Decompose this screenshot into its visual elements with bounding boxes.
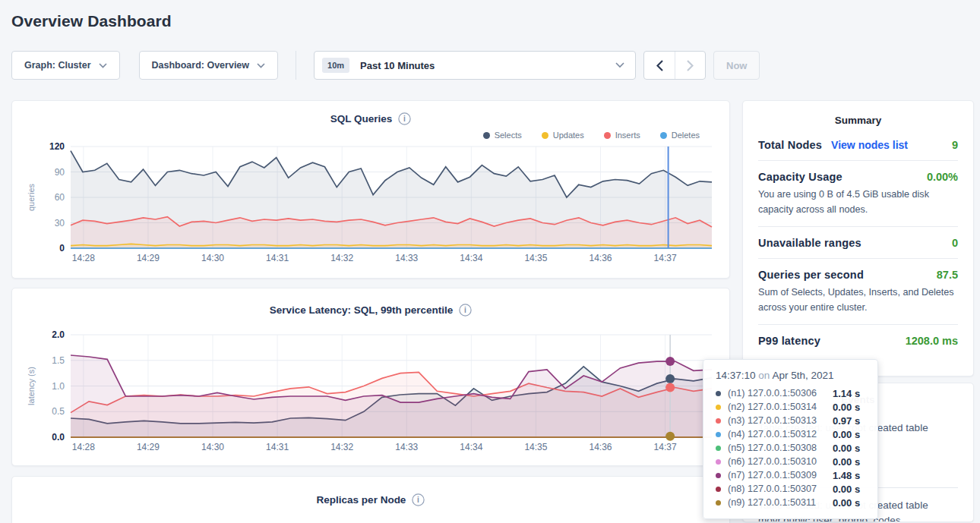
summary-row: Total NodesView nodes list9 (758, 129, 958, 161)
chevron-down-icon (99, 63, 107, 68)
sql-queries-title: SQL Queries (330, 113, 393, 124)
summary-row: Queries per second87.5Sum of Selects, Up… (758, 259, 958, 325)
tooltip-node-value: 0.00 s (833, 497, 860, 509)
series-dot-icon (716, 487, 721, 492)
tooltip-timestamp: 14:37:10 on Apr 5th, 2021 (716, 370, 867, 381)
svg-text:14:37: 14:37 (654, 253, 677, 263)
series-dot-icon (716, 432, 721, 437)
tooltip-node-value: 0.97 s (833, 415, 860, 427)
series-dot-icon (716, 500, 721, 506)
legend-item-updates[interactable]: Updates (542, 128, 584, 142)
tooltip-node-value: 0.00 s (833, 456, 860, 468)
svg-text:14:32: 14:32 (330, 253, 353, 263)
tooltip-node-address: (n8) 127.0.0.1:50307 (728, 484, 833, 494)
time-range-label: Past 10 Minutes (360, 60, 435, 71)
tooltip-node-value: 0.00 s (833, 484, 860, 495)
svg-text:2.0: 2.0 (52, 329, 65, 340)
tooltip-node-address: (n4) 127.0.0.1:50312 (728, 429, 833, 440)
controls-bar: Graph: Cluster Dashboard: Overview 10m P… (11, 51, 969, 80)
svg-text:14:36: 14:36 (589, 253, 612, 263)
dashboard-dropdown-label: Dashboard: Overview (152, 60, 250, 71)
sql-queries-title-row: SQL Queries i (22, 110, 719, 125)
now-button[interactable]: Now (713, 51, 760, 80)
info-icon[interactable]: i (398, 112, 411, 125)
series-dot-icon (716, 405, 721, 410)
latency-chart[interactable]: 14:2814:2914:3014:3114:3214:3314:3414:35… (22, 321, 721, 458)
time-range-selector[interactable]: 10m Past 10 Minutes (314, 51, 636, 80)
svg-text:14:34: 14:34 (460, 253, 482, 263)
tooltip-node-address: (n2) 127.0.0.1:50314 (728, 402, 833, 412)
legend-item-deletes[interactable]: Deletes (660, 128, 700, 142)
tooltip-node-address: (n5) 127.0.0.1:50308 (728, 443, 833, 453)
series-dot-icon (716, 418, 721, 424)
tooltip-node-value: 1.14 s (833, 388, 860, 399)
svg-text:14:31: 14:31 (266, 442, 289, 452)
tooltip-node-value: 0.00 s (833, 443, 860, 454)
replicas-title-row: Replicas per Node i (22, 486, 719, 506)
latency-title: Service Latency: SQL, 99th percentile (270, 304, 454, 316)
summary-label: Capacity Usage (758, 171, 842, 183)
svg-text:14:30: 14:30 (201, 442, 224, 452)
summary-value: 87.5 (937, 269, 958, 281)
svg-text:60: 60 (55, 192, 65, 203)
chevron-right-icon (687, 60, 694, 71)
summary-value: 1208.0 ms (906, 335, 958, 347)
tooltip-node-row: (n5) 127.0.0.1:503080.00 s (716, 441, 867, 455)
svg-text:i: i (418, 496, 420, 504)
legend-dot-icon (542, 132, 548, 139)
svg-text:i: i (403, 115, 406, 123)
page-title: Overview Dashboard (11, 12, 980, 30)
svg-text:0: 0 (59, 243, 65, 254)
chevron-down-icon (257, 63, 265, 68)
summary-label: Total Nodes (758, 139, 822, 151)
time-prev-button[interactable] (644, 52, 675, 79)
tooltip-node-value: 1.48 s (833, 470, 860, 481)
summary-label: Queries per second (758, 269, 864, 281)
graph-dropdown-label: Graph: Cluster (24, 60, 91, 71)
svg-text:14:28: 14:28 (72, 442, 95, 452)
view-nodes-link[interactable]: View nodes list (831, 139, 908, 151)
sql-queries-chart[interactable]: 14:2814:2914:3014:3114:3214:3314:3414:35… (22, 142, 721, 265)
chart-hover-tooltip: 14:37:10 on Apr 5th, 2021 (n1) 127.0.0.1… (703, 359, 878, 519)
time-next-button[interactable] (675, 52, 705, 79)
tooltip-node-address: (n9) 127.0.0.1:50311 (728, 497, 833, 508)
tooltip-node-row: (n1) 127.0.0.1:503061.14 s (716, 386, 867, 400)
svg-text:queries: queries (27, 183, 36, 211)
svg-text:i: i (464, 306, 466, 314)
svg-text:14:34: 14:34 (460, 442, 482, 452)
tooltip-rows: (n1) 127.0.0.1:503061.14 s(n2) 127.0.0.1… (716, 386, 867, 509)
tooltip-node-row: (n7) 127.0.0.1:503091.48 s (716, 468, 867, 482)
charts-column: SQL Queries i SelectsUpdatesInsertsDelet… (11, 100, 730, 523)
time-range-badge: 10m (322, 58, 349, 73)
summary-label: P99 latency (758, 335, 820, 347)
time-pager (643, 51, 706, 80)
svg-text:14:31: 14:31 (266, 253, 289, 263)
legend-item-selects[interactable]: Selects (483, 128, 522, 142)
tooltip-node-address: (n3) 127.0.0.1:50313 (728, 415, 833, 426)
graph-dropdown[interactable]: Graph: Cluster (11, 51, 120, 80)
svg-text:14:37: 14:37 (654, 442, 677, 452)
replicas-card: Replicas per Node i (11, 476, 730, 523)
info-icon[interactable]: i (412, 493, 425, 506)
svg-text:latency (s): latency (s) (27, 367, 36, 405)
summary-title: Summary (758, 115, 958, 126)
summary-rows: Total NodesView nodes list9Capacity Usag… (758, 129, 958, 356)
legend-dot-icon (604, 132, 611, 139)
svg-text:14:36: 14:36 (589, 442, 612, 452)
summary-value: 0 (952, 237, 958, 249)
dashboard-dropdown[interactable]: Dashboard: Overview (139, 51, 279, 80)
svg-text:14:29: 14:29 (137, 442, 160, 452)
series-dot-icon (716, 459, 721, 465)
tooltip-node-address: (n1) 127.0.0.1:50306 (728, 388, 833, 399)
tooltip-node-row: (n4) 127.0.0.1:503120.00 s (716, 427, 867, 441)
summary-label: Unavailable ranges (758, 237, 861, 249)
svg-text:14:29: 14:29 (137, 253, 160, 263)
legend-item-inserts[interactable]: Inserts (604, 128, 640, 142)
summary-value: 0.00% (927, 171, 958, 183)
info-icon[interactable]: i (459, 304, 472, 317)
svg-text:120: 120 (49, 142, 65, 152)
tooltip-node-row: (n8) 127.0.0.1:503070.00 s (716, 482, 867, 496)
series-dot-icon (716, 446, 721, 451)
tooltip-node-row: (n9) 127.0.0.1:503110.00 s (716, 496, 867, 509)
tooltip-node-row: (n2) 127.0.0.1:503140.00 s (716, 400, 867, 414)
